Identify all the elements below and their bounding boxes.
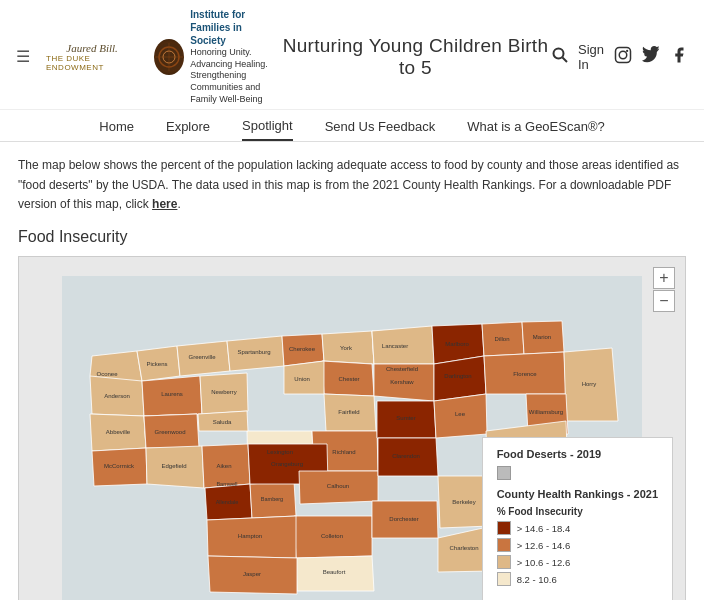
legend-row-1: > 14.6 - 18.4 xyxy=(497,521,658,535)
svg-text:Lancaster: Lancaster xyxy=(382,343,408,349)
svg-text:Anderson: Anderson xyxy=(104,393,130,399)
svg-text:Dorchester: Dorchester xyxy=(389,516,418,522)
legend-row-2: > 12.6 - 14.6 xyxy=(497,538,658,552)
range-label-1: > 14.6 - 18.4 xyxy=(517,523,571,534)
svg-text:Union: Union xyxy=(294,376,310,382)
nav-bar: Home Explore Spotlight Send Us Feedback … xyxy=(0,110,704,142)
svg-point-8 xyxy=(619,51,627,59)
duke-endowment-logo: Jaured Bill. THE DUKE ENDOWMENT xyxy=(46,42,138,72)
zoom-out-button[interactable]: − xyxy=(653,290,675,312)
food-deserts-section: Food Deserts - 2019 xyxy=(497,448,658,480)
svg-text:Laurens: Laurens xyxy=(161,391,183,397)
svg-text:Spartanburg: Spartanburg xyxy=(237,349,270,355)
map-legend: Food Deserts - 2019 County Health Rankin… xyxy=(482,437,673,600)
svg-text:York: York xyxy=(340,345,353,351)
svg-text:Bamberg: Bamberg xyxy=(261,496,283,502)
svg-text:Cherokee: Cherokee xyxy=(289,346,316,352)
range-label-4: 8.2 - 10.6 xyxy=(517,574,557,585)
map-description: The map below shows the percent of the p… xyxy=(18,156,686,214)
ifs-circle-icon xyxy=(154,39,184,75)
twitter-icon[interactable] xyxy=(642,46,660,67)
svg-text:Newberry: Newberry xyxy=(211,389,237,395)
svg-text:Richland: Richland xyxy=(332,449,355,455)
svg-text:Chesterfield: Chesterfield xyxy=(386,366,418,372)
svg-point-5 xyxy=(553,48,563,58)
top-bar-right: Sign In xyxy=(552,42,688,72)
svg-text:Lexington: Lexington xyxy=(267,449,293,455)
main-content: The map below shows the percent of the p… xyxy=(0,142,704,600)
swatch-4 xyxy=(497,572,511,586)
site-title-area: Nurturing Young Children Birth to 5 xyxy=(279,35,552,79)
percent-label: % Food Insecurity xyxy=(497,506,658,517)
svg-text:Saluda: Saluda xyxy=(213,419,232,425)
food-deserts-title: Food Deserts - 2019 xyxy=(497,448,658,460)
instagram-icon[interactable] xyxy=(614,46,632,67)
here-link[interactable]: here xyxy=(152,197,177,211)
svg-text:Pickens: Pickens xyxy=(146,361,167,367)
svg-text:Sumter: Sumter xyxy=(396,415,415,421)
svg-text:Jasper: Jasper xyxy=(243,571,261,577)
svg-text:Marion: Marion xyxy=(533,334,551,340)
svg-text:Lee: Lee xyxy=(455,411,466,417)
legend-row-3: > 10.6 - 12.6 xyxy=(497,555,658,569)
food-desert-swatch xyxy=(497,466,511,480)
svg-text:McCormick: McCormick xyxy=(104,463,135,469)
svg-text:Calhoun: Calhoun xyxy=(327,483,349,489)
map-controls: + − xyxy=(653,267,675,312)
svg-text:Florence: Florence xyxy=(513,371,537,377)
svg-text:Oconee: Oconee xyxy=(96,371,118,377)
swatch-1 xyxy=(497,521,511,535)
svg-text:Charleston: Charleston xyxy=(449,545,478,551)
svg-text:Fairfield: Fairfield xyxy=(338,409,359,415)
zoom-in-button[interactable]: + xyxy=(653,267,675,289)
svg-text:Greenwood: Greenwood xyxy=(154,429,185,435)
nav-item-feedback[interactable]: Send Us Feedback xyxy=(325,119,436,140)
hamburger-icon[interactable]: ☰ xyxy=(16,47,30,66)
top-bar: ☰ Jaured Bill. THE DUKE ENDOWMENT Instit… xyxy=(0,0,704,110)
ifs-text: Institute for Families in Society Honori… xyxy=(190,8,279,105)
svg-text:Barnwell: Barnwell xyxy=(216,481,237,487)
county-health-title: County Health Rankings - 2021 xyxy=(497,488,658,500)
facebook-icon[interactable] xyxy=(670,46,688,67)
svg-text:Edgefield: Edgefield xyxy=(161,463,186,469)
svg-text:Orangeburg: Orangeburg xyxy=(271,461,303,467)
svg-text:Abbeville: Abbeville xyxy=(106,429,131,435)
svg-text:Colleton: Colleton xyxy=(321,533,343,539)
svg-text:Aiken: Aiken xyxy=(216,463,231,469)
svg-line-6 xyxy=(562,57,567,62)
ifs-logo: Institute for Families in Society Honori… xyxy=(154,8,279,105)
nav-item-spotlight[interactable]: Spotlight xyxy=(242,118,293,141)
range-label-2: > 12.6 - 14.6 xyxy=(517,540,571,551)
svg-text:Hampton: Hampton xyxy=(238,533,262,539)
svg-text:Beaufort: Beaufort xyxy=(323,569,346,575)
swatch-3 xyxy=(497,555,511,569)
range-label-3: > 10.6 - 12.6 xyxy=(517,557,571,568)
svg-text:Williamsburg: Williamsburg xyxy=(529,409,563,415)
svg-text:Horry: Horry xyxy=(582,381,597,387)
svg-text:Kershaw: Kershaw xyxy=(390,379,414,385)
swatch-2 xyxy=(497,538,511,552)
svg-rect-7 xyxy=(616,48,631,63)
legend-row-4: 8.2 - 10.6 xyxy=(497,572,658,586)
duke-logo-subtitle: THE DUKE ENDOWMENT xyxy=(46,54,138,72)
nav-item-geoescan[interactable]: What is a GeoEScan®? xyxy=(467,119,604,140)
svg-text:Dillon: Dillon xyxy=(494,336,509,342)
sign-in-link[interactable]: Sign In xyxy=(578,42,604,72)
map-container: + − xyxy=(18,256,686,600)
svg-text:Allendale: Allendale xyxy=(216,499,239,505)
duke-logo-name: Jaured Bill. xyxy=(66,42,118,54)
svg-text:Chester: Chester xyxy=(338,376,359,382)
svg-text:Marlboro: Marlboro xyxy=(445,341,469,347)
site-title: Nurturing Young Children Birth to 5 xyxy=(279,35,552,79)
search-icon[interactable] xyxy=(552,47,568,67)
svg-text:Clarendon: Clarendon xyxy=(392,453,420,459)
section-title: Food Insecurity xyxy=(18,228,686,246)
nav-item-explore[interactable]: Explore xyxy=(166,119,210,140)
svg-text:Darlington: Darlington xyxy=(444,373,471,379)
county-health-section: County Health Rankings - 2021 % Food Ins… xyxy=(497,488,658,586)
svg-text:Greenville: Greenville xyxy=(188,354,216,360)
top-bar-left: ☰ Jaured Bill. THE DUKE ENDOWMENT Instit… xyxy=(16,8,279,105)
food-desert-row xyxy=(497,466,658,480)
nav-item-home[interactable]: Home xyxy=(99,119,134,140)
svg-point-9 xyxy=(626,50,628,52)
